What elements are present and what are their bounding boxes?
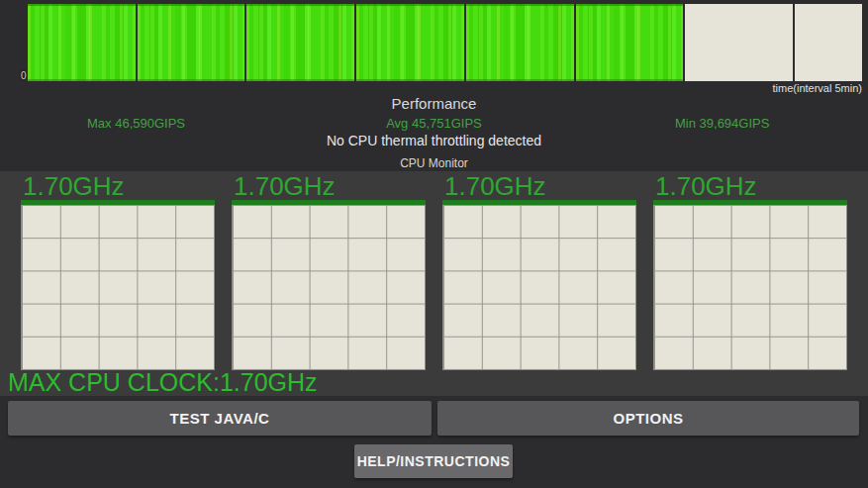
max-cpu-clock-label: MAX CPU CLOCK:1.70GHz bbox=[8, 369, 318, 395]
core-load-grid bbox=[653, 205, 847, 370]
chart-origin-label: 0 bbox=[21, 70, 27, 81]
help-instructions-button[interactable]: HELP/INSTRUCTIONS bbox=[354, 444, 513, 478]
cpu-core-card: 1.70GHz bbox=[21, 173, 215, 370]
test-java-c-button[interactable]: TEST JAVA/C bbox=[8, 401, 432, 436]
chart-time-axis-label: time(interval 5min) bbox=[773, 82, 862, 94]
cpu-core-card: 1.70GHz bbox=[232, 173, 426, 370]
core-frequency-label: 1.70GHz bbox=[21, 173, 215, 199]
chart-segment-filled bbox=[138, 4, 245, 81]
core-load-grid bbox=[21, 205, 215, 370]
performance-chart-track bbox=[28, 4, 862, 81]
core-frequency-label: 1.70GHz bbox=[232, 173, 426, 199]
cpu-core-cards: 1.70GHz 1.70GHz 1.70GHz 1.70GHz bbox=[21, 173, 847, 370]
cpu-monitor-title: CPU Monitor bbox=[0, 156, 868, 170]
core-load-grid bbox=[442, 205, 636, 370]
cpu-core-card: 1.70GHz bbox=[653, 173, 847, 370]
cpu-monitor-panel: 1.70GHz 1.70GHz 1.70GHz 1.70GHz MAX CPU … bbox=[0, 171, 868, 396]
chart-segment-filled bbox=[246, 4, 354, 81]
chart-segment-filled bbox=[356, 4, 464, 81]
cpu-core-card: 1.70GHz bbox=[442, 173, 636, 370]
thermal-throttle-status: No CPU thermal throttling detected bbox=[0, 133, 868, 148]
performance-title: Performance bbox=[0, 95, 868, 112]
chart-segment-empty bbox=[795, 4, 862, 81]
core-load-grid bbox=[232, 205, 426, 370]
chart-segment-filled bbox=[466, 4, 574, 81]
core-frequency-label: 1.70GHz bbox=[653, 173, 847, 199]
chart-segment-empty bbox=[685, 4, 793, 81]
core-frequency-label: 1.70GHz bbox=[442, 173, 636, 199]
options-button[interactable]: OPTIONS bbox=[437, 401, 859, 436]
chart-segment-filled bbox=[28, 4, 136, 81]
performance-min-value: Min 39,694GIPS bbox=[675, 116, 769, 131]
chart-segment-filled bbox=[576, 4, 684, 81]
